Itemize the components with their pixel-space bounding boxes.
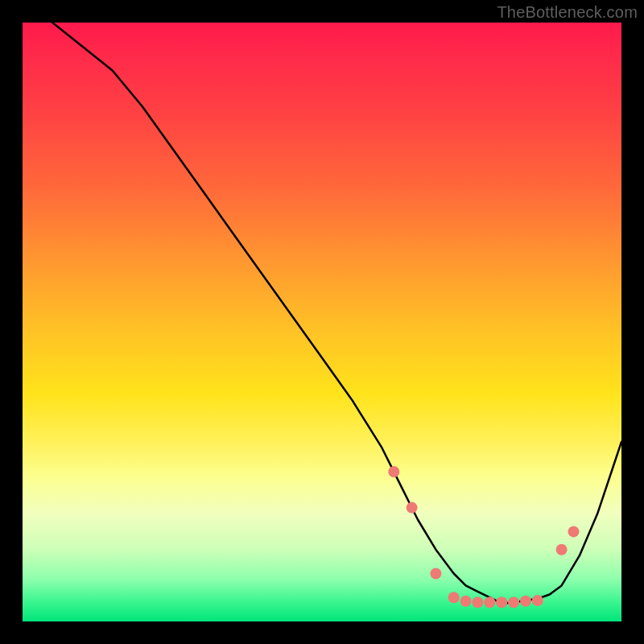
- marker-dot: [556, 544, 568, 555]
- marker-dot: [388, 466, 399, 477]
- marker-dot: [520, 596, 531, 607]
- marker-dot: [568, 526, 580, 537]
- marker-dot: [508, 597, 519, 608]
- marker-dot: [496, 597, 507, 608]
- watermark-label: TheBottleneck.com: [497, 3, 638, 22]
- marker-dot: [472, 597, 483, 608]
- chart-frame: TheBottleneck.com: [0, 0, 644, 644]
- marker-dot: [430, 568, 441, 580]
- marker-dots: [388, 466, 579, 608]
- marker-dot: [448, 592, 460, 603]
- plot-area: [23, 23, 621, 621]
- marker-dot: [460, 596, 472, 607]
- marker-dot: [484, 597, 495, 608]
- marker-dot: [407, 502, 418, 514]
- marker-dot: [532, 595, 543, 606]
- curve-line: [23, 23, 621, 604]
- chart-svg: [23, 23, 621, 621]
